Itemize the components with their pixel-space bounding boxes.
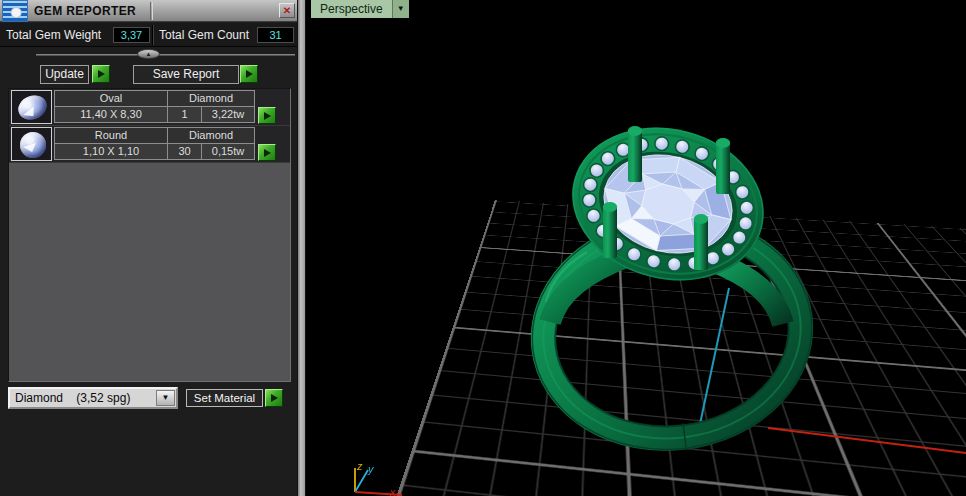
set-material-run-button[interactable] — [265, 389, 283, 407]
viewport-tab[interactable]: Perspective ▼ — [311, 0, 409, 18]
play-icon — [271, 394, 278, 402]
material-selected-value: Diamond (3,52 spg) — [10, 391, 130, 405]
total-weight-label: Total Gem Weight — [6, 28, 101, 42]
save-report-button[interactable]: Save Report — [133, 65, 239, 84]
gem-count: 1 — [168, 107, 201, 122]
z-axis-label: z — [356, 460, 363, 472]
play-icon — [264, 112, 271, 120]
gem-reporter-app: GEM REPORTER ✕ Total Gem Weight 3,37 Tot… — [0, 0, 966, 496]
gem-table: Oval Diamond 11,40 X 8,30 1 3,22tw — [54, 90, 255, 123]
gem-row-round[interactable]: Round Diamond 1,10 X 1,10 30 0,15tw — [9, 126, 290, 163]
stats-separator — [152, 25, 154, 45]
gem-size: 1,10 X 1,10 — [55, 144, 167, 159]
play-icon — [98, 70, 105, 78]
gem-row-select-button[interactable] — [258, 107, 276, 124]
gem-weight: 0,15tw — [202, 144, 254, 159]
viewport-title[interactable]: Perspective — [311, 0, 392, 18]
gem-weight: 3,22tw — [202, 107, 254, 122]
gem-reporter-icon — [2, 0, 28, 22]
y-axis-line — [700, 288, 729, 424]
gem-material: Diamond — [168, 128, 254, 143]
chevron-down-icon[interactable]: ▼ — [156, 390, 175, 406]
save-report-run-button[interactable] — [240, 65, 258, 83]
x-axis-line — [768, 428, 966, 453]
set-material-button[interactable]: Set Material — [186, 389, 263, 407]
panel-title: GEM REPORTER — [34, 4, 136, 18]
update-run-button[interactable] — [92, 65, 110, 83]
round-gem-icon — [11, 127, 52, 161]
gem-row-oval[interactable]: Oval Diamond 11,40 X 8,30 1 3,22tw — [9, 89, 290, 126]
y-axis-label: y — [367, 463, 375, 475]
ring-model-scene: z y x — [306, 0, 966, 496]
update-button[interactable]: Update — [40, 65, 89, 84]
play-icon — [264, 149, 271, 157]
close-icon[interactable]: ✕ — [279, 3, 295, 18]
panel-resize-handle[interactable] — [297, 0, 306, 496]
total-count-value: 31 — [257, 27, 294, 43]
gem-reporter-panel: GEM REPORTER ✕ Total Gem Weight 3,37 Tot… — [0, 0, 297, 496]
perspective-viewport[interactable]: z y x Perspective ▼ — [306, 0, 966, 496]
gem-size: 11,40 X 8,30 — [55, 107, 167, 122]
gem-material: Diamond — [168, 91, 254, 106]
axis-gizmo: z y x — [355, 460, 402, 496]
total-weight-value: 3,37 — [113, 27, 150, 43]
gem-shape: Round — [55, 128, 167, 143]
play-icon — [246, 70, 253, 78]
x-axis-label: x — [389, 486, 396, 496]
collapse-handle[interactable]: ▲ — [137, 49, 160, 59]
gem-list: Oval Diamond 11,40 X 8,30 1 3,22tw Round — [8, 88, 291, 382]
gem-table: Round Diamond 1,10 X 1,10 30 0,15tw — [54, 127, 255, 160]
gem-row-select-button[interactable] — [258, 144, 276, 161]
totals-bar: Total Gem Weight 3,37 Total Gem Count 31 — [0, 23, 297, 47]
panel-titlebar[interactable]: GEM REPORTER ✕ — [0, 0, 297, 22]
chevron-down-icon[interactable]: ▼ — [392, 0, 409, 18]
panel-splitter[interactable] — [36, 54, 295, 56]
material-select[interactable]: Diamond (3,52 spg) ▼ — [8, 387, 178, 409]
oval-gem-icon — [11, 90, 52, 124]
gem-count: 30 — [168, 144, 201, 159]
total-count-label: Total Gem Count — [159, 28, 249, 42]
gem-shape: Oval — [55, 91, 167, 106]
titlebar-divider — [150, 2, 153, 20]
